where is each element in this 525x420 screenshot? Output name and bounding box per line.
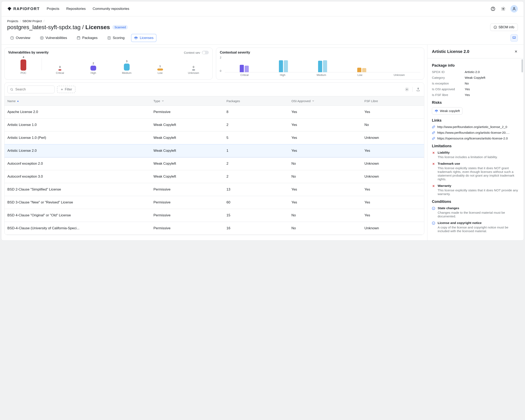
link-icon (432, 131, 435, 134)
table-row[interactable]: Artistic License 1.0Weak Copyleft2YesNo (5, 119, 424, 131)
licenses-table: Filter Name ▲Type PackagesOSI Approved F… (4, 83, 424, 235)
section-package-info: Package info (432, 63, 519, 68)
nav-repositories[interactable]: Repositories (66, 7, 86, 11)
topbar: RAPIDFORT ProjectsRepositoriesCommunity … (1, 1, 524, 16)
vulnerabilities-card: Vulnerabilities by severity Context sev … (4, 47, 213, 80)
breadcrumb-link[interactable]: SBOM Project (22, 19, 42, 23)
table-settings-button[interactable] (404, 86, 410, 93)
close-panel-button[interactable] (513, 48, 519, 55)
table-row[interactable]: Autoconf exception 2.0Weak Copyleft2NoUn… (5, 157, 424, 170)
external-link[interactable]: http://www.perlfoundation.org/artistic_l… (432, 125, 519, 129)
help-icon[interactable] (490, 6, 496, 12)
svg-point-3 (514, 7, 515, 9)
nav-projects[interactable]: Projects (47, 7, 59, 11)
license-detail-panel: Artistic License 2.0 Package info SPDX I… (427, 45, 524, 240)
sev-medium: 3Medium (111, 60, 142, 75)
x-icon (432, 151, 435, 154)
close-icon (514, 50, 518, 53)
section-risks: Risks (432, 101, 519, 105)
sev-poc: 4POC (8, 56, 39, 75)
sev-unknown: 0Unknown (178, 65, 209, 75)
user-avatar[interactable] (510, 5, 518, 12)
upload-icon (416, 87, 420, 92)
packages-icon (76, 36, 81, 40)
table-row[interactable]: Autoconf exception 3.0Weak Copyleft2NoUn… (5, 170, 424, 183)
tab-bar: OverviewVulnerabilitiesPackagesScoringLi… (1, 31, 524, 45)
column-packages[interactable]: Packages (226, 99, 291, 103)
search-icon (10, 88, 13, 91)
tab-scoring[interactable]: Scoring (104, 34, 128, 42)
tab-vulnerabilities[interactable]: Vulnerabilities (37, 34, 70, 42)
export-button[interactable] (415, 86, 421, 93)
tab-licenses[interactable]: Licenses (131, 34, 156, 42)
column-type[interactable]: Type (153, 99, 226, 103)
context-sev-toggle[interactable]: Context sev (184, 51, 209, 54)
column-osi-approved[interactable]: OSI Approved (291, 99, 365, 103)
condition-item: License and copyright noticeA copy of th… (432, 221, 519, 233)
table-header: Name ▲Type PackagesOSI Approved FSF Libr… (5, 96, 424, 106)
kv-value: Weak Copyleft (465, 76, 519, 80)
top-nav: ProjectsRepositoriesCommunity repositori… (47, 7, 129, 11)
x-icon (432, 184, 435, 188)
svg-point-7 (41, 37, 42, 38)
page-title: postgres_latest-syft-spdx.tag / Licenses (7, 24, 110, 31)
main-content: Vulnerabilities by severity Context sev … (1, 45, 427, 240)
x-icon (432, 162, 435, 166)
limitation-item: LiabilityThis license includes a limitat… (432, 151, 519, 159)
scrollbar-thumb[interactable] (522, 59, 523, 72)
breadcrumb-link[interactable]: Projects (7, 19, 18, 23)
contextual-severity-card: Contextual severity 20 CriticalHighMediu… (216, 47, 424, 80)
info-icon (494, 26, 497, 29)
info-icon (432, 207, 435, 210)
table-row[interactable]: Apache License 2.0Permissive8YesYes (5, 106, 424, 119)
filter-button[interactable]: Filter (57, 86, 75, 93)
nav-community-repositories[interactable]: Community repositories (93, 7, 129, 11)
svg-point-11 (406, 89, 407, 90)
keyboard-shortcut-button[interactable] (510, 34, 518, 42)
toggle-icon (202, 51, 209, 54)
gear-icon[interactable] (500, 6, 506, 12)
kv-key: Category (432, 76, 465, 80)
kv-key: Is OSI approved (432, 87, 465, 91)
scale-icon (435, 109, 438, 113)
kv-value: No (465, 82, 519, 85)
external-link[interactable]: https://www.perlfoundation.org/artistic-… (432, 131, 519, 135)
sev-critical: 0Critical (45, 65, 75, 75)
chevron-down-icon (312, 100, 315, 102)
sbom-info-button[interactable]: SBOM info (490, 24, 518, 31)
table-row[interactable]: BSD 4-Clause "Original" or "Old" License… (5, 209, 424, 222)
column-name[interactable]: Name ▲ (7, 99, 153, 103)
link-icon (432, 137, 435, 140)
table-row[interactable]: BSD 3-Clause "New" or "Revised" LicenseP… (5, 196, 424, 209)
panel-title: Artistic License 2.0 (432, 49, 469, 54)
kv-value: Artistic-2.0 (465, 70, 519, 74)
svg-point-10 (11, 88, 12, 90)
condition-item: State changesChanges made to the license… (432, 206, 519, 218)
section-conditions: Conditions (432, 200, 519, 204)
limitation-item: WarrantyThis license explicitly states t… (432, 184, 519, 196)
licenses-icon (134, 36, 138, 40)
chevron-down-icon (161, 100, 164, 102)
svg-point-2 (503, 8, 504, 9)
table-row[interactable]: BSD 2-Clause "Simplified" LicensePermiss… (5, 183, 424, 196)
table-row[interactable]: Artistic License 1.0 (Perl)Weak Copyleft… (5, 131, 424, 144)
sev-high: 2High (78, 62, 109, 75)
overview-icon (10, 36, 14, 40)
link-icon (432, 125, 435, 129)
kv-key: SPDX ID (432, 70, 465, 74)
section-limitations: Limitations (432, 144, 519, 148)
risk-chip-weak-copyleft: Weak copyleft (432, 107, 462, 115)
keyboard-icon (512, 36, 516, 39)
kv-key: Is exception (432, 82, 465, 85)
plus-icon (60, 88, 64, 91)
tab-overview[interactable]: Overview (7, 34, 33, 42)
search-input[interactable] (7, 85, 55, 93)
table-row[interactable]: Artistic License 2.0Weak Copyleft1YesYes (5, 144, 424, 157)
status-badge: Scanned (112, 25, 128, 29)
kv-value: Yes (465, 93, 519, 97)
external-link[interactable]: https://opensource.org/licenses/artistic… (432, 137, 519, 140)
column-fsf-libre[interactable]: FSF Libre (365, 99, 421, 103)
svg-point-6 (40, 37, 43, 40)
tab-packages[interactable]: Packages (74, 34, 101, 42)
table-row[interactable]: BSD-4-Clause (University of California-S… (5, 222, 424, 235)
